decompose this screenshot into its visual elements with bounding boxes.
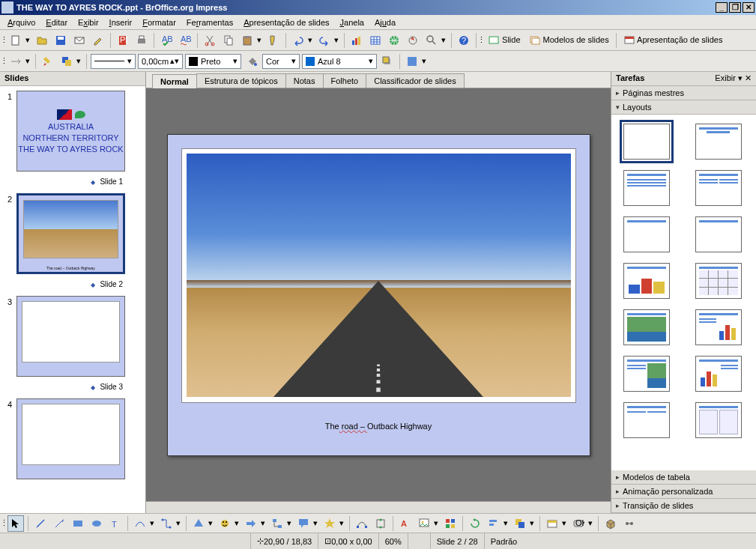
layout-centered[interactable]	[695, 216, 742, 252]
layout-title-image[interactable]	[623, 309, 670, 345]
status-zoom[interactable]: 60%	[379, 533, 408, 549]
styles-button[interactable]	[404, 53, 420, 70]
tab-notes[interactable]: Notas	[285, 73, 324, 88]
tab-normal[interactable]: Normal	[152, 74, 197, 88]
fill-bucket-button[interactable]	[244, 53, 260, 70]
menu-inserir[interactable]: Inserir	[105, 16, 137, 28]
slide-item[interactable]: 1 AUSTRALIA NORTHERN TERRITORY THE WAY T…	[0, 86, 145, 176]
highlight-button[interactable]	[40, 53, 56, 70]
block-arrows-tool[interactable]	[243, 515, 259, 532]
tab-outline[interactable]: Estrutura de tópicos	[196, 73, 286, 88]
table-button[interactable]	[367, 32, 384, 49]
edit-points-tool[interactable]	[354, 515, 370, 532]
symbol-shapes-tool[interactable]	[217, 515, 233, 532]
menu-arquivo[interactable]: AArquivorquivo	[3, 16, 40, 28]
layout-title-content[interactable]	[623, 170, 670, 206]
layout-title-2content[interactable]	[695, 170, 742, 206]
close-button[interactable]: ✕	[743, 2, 755, 13]
format-paintbrush-button[interactable]	[265, 32, 282, 49]
arrange-tool2[interactable]	[512, 515, 528, 532]
menu-janela[interactable]: Janela	[336, 16, 369, 28]
slide-thumbnail[interactable]: The road – Outback Highway	[16, 193, 125, 274]
presentation-button[interactable]: Apresentação de slides	[620, 34, 726, 46]
gallery-tool[interactable]	[442, 515, 459, 532]
section-slide-transition[interactable]: Transição de slides	[611, 499, 756, 513]
paste-button[interactable]	[239, 32, 255, 49]
cut-button[interactable]	[202, 32, 218, 49]
section-table-templates[interactable]: Modelos de tabela	[611, 470, 756, 485]
layout-title[interactable]	[695, 124, 742, 160]
slide-item[interactable]: 4	[0, 394, 145, 484]
align-tool[interactable]	[486, 515, 502, 532]
menu-exibir[interactable]: Exibir	[73, 16, 103, 28]
canvas-area[interactable]: The road – Outback Highway	[146, 88, 611, 501]
grip[interactable]: ⋮	[3, 32, 5, 49]
styles-dropdown[interactable]: ▾	[420, 53, 428, 70]
select-tool[interactable]	[7, 515, 24, 532]
fill-color-select[interactable]: Azul 8▾	[302, 54, 377, 69]
ellipse-tool[interactable]	[88, 515, 105, 532]
print-direct-button[interactable]	[133, 32, 150, 49]
rectangle-tool[interactable]	[70, 515, 86, 532]
save-button[interactable]	[52, 32, 69, 49]
slide-item[interactable]: 3	[0, 291, 145, 381]
horizontal-scrollbar[interactable]	[146, 501, 611, 513]
redo-button[interactable]	[316, 32, 333, 49]
tab-handout[interactable]: Folheto	[323, 73, 367, 88]
menu-apresentacao[interactable]: Apresentação de slides	[239, 16, 333, 28]
tasks-view-menu[interactable]: Exibir ▾ ✕	[715, 73, 752, 84]
grip[interactable]: ⋮	[480, 32, 483, 49]
help-button[interactable]: ?	[456, 32, 472, 49]
section-layouts[interactable]: Layouts	[611, 100, 756, 115]
from-file-tool[interactable]	[416, 515, 432, 532]
copy-button[interactable]	[220, 32, 237, 49]
auto-spellcheck-button[interactable]: ABC	[177, 32, 193, 49]
spellcheck-button[interactable]: ABC	[158, 32, 175, 49]
slide-thumbnail[interactable]	[16, 296, 125, 377]
minimize-button[interactable]: _	[716, 2, 728, 13]
line-width-field[interactable]: 0,00cm▴▾	[138, 54, 183, 69]
basic-shapes-tool[interactable]	[190, 515, 207, 532]
hyperlink-button[interactable]	[386, 32, 402, 49]
navigator-button[interactable]	[405, 32, 421, 49]
layout-title-table[interactable]	[695, 263, 742, 299]
stars-tool[interactable]	[321, 515, 338, 532]
layout-title-only[interactable]	[623, 216, 670, 252]
slide-caption[interactable]: The road – Outback Highway	[168, 417, 590, 433]
curve-tool[interactable]	[132, 515, 148, 532]
zoom-button[interactable]	[423, 32, 440, 49]
arrow-line-tool[interactable]	[51, 515, 67, 532]
layout-title-text-chart[interactable]	[695, 309, 742, 345]
photo-frame[interactable]	[181, 148, 576, 403]
grip[interactable]: ⋮	[3, 515, 5, 532]
paste-dropdown[interactable]: ▾	[255, 32, 263, 49]
controls-tool[interactable]: OK	[570, 515, 587, 532]
connector-tool[interactable]	[158, 515, 175, 532]
undo-dropdown[interactable]: ▾	[306, 32, 314, 49]
insert-tool[interactable]	[544, 515, 560, 532]
section-master-pages[interactable]: Páginas mestres	[611, 86, 756, 100]
layout-title-text-image[interactable]	[623, 356, 670, 392]
menu-ferramentas[interactable]: Ferramentas	[182, 16, 238, 28]
slide-button[interactable]: Slide	[485, 34, 524, 46]
flowchart-tool[interactable]	[269, 515, 285, 532]
slide-item[interactable]: 2 The road – Outback Highway	[0, 189, 145, 279]
line-color-select[interactable]: Preto▾	[185, 54, 241, 69]
tab-slide-sorter[interactable]: Classificador de slides	[366, 73, 464, 88]
new-button[interactable]	[7, 32, 24, 49]
restore-button[interactable]: ❐	[729, 2, 741, 13]
edit-button[interactable]	[90, 32, 106, 49]
slide-thumbnail[interactable]	[16, 398, 125, 479]
layout-4boxes-b[interactable]	[695, 402, 742, 438]
arrow-style-dropdown[interactable]: ▾	[24, 53, 31, 70]
glue-points-tool[interactable]	[372, 515, 389, 532]
fontwork-tool[interactable]: A	[397, 515, 414, 532]
section-custom-animation[interactable]: Animação personalizada	[611, 485, 756, 499]
text-tool[interactable]: T	[107, 515, 124, 532]
layout-title-chart-text[interactable]	[695, 356, 742, 392]
line-style-select[interactable]: ▾	[91, 54, 136, 69]
arrange-dropdown[interactable]: ▾	[75, 53, 82, 70]
slide-thumbnail[interactable]: AUSTRALIA NORTHERN TERRITORY THE WAY TO …	[16, 91, 125, 172]
grip[interactable]: ⋮	[3, 53, 5, 70]
arrow-style-button[interactable]	[7, 53, 24, 70]
